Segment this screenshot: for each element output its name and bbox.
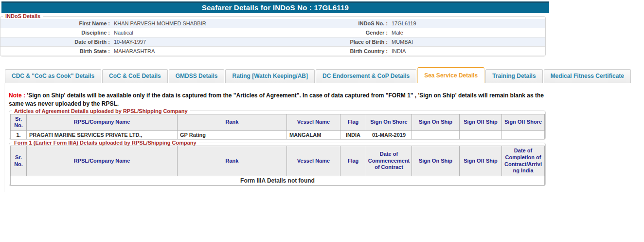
field-value: Nautical <box>114 28 278 37</box>
page-title: Seafarer Details for INDoS No : 17GL6119 <box>1 1 549 13</box>
tab-cdc-coc-as-cook-details[interactable]: CDC & "CoC as Cook" Details <box>5 69 101 83</box>
field-value: Male <box>392 28 545 37</box>
column-header-flag: Flag <box>340 114 366 131</box>
indos-detail-row: Discipline :NauticalGender :Male <box>0 28 545 37</box>
table-cell: MANGALAM <box>287 131 340 139</box>
tab-content-panel: Note : 'Sign on Ship' details will be av… <box>4 83 550 192</box>
indos-details-section: INDoS Details First Name :KHAN PARVESH M… <box>0 13 546 56</box>
indos-detail-row: Birth State :MAHARASHTRABirth Country :I… <box>0 47 545 56</box>
form1-section: Form 1 (Earlier Form IIIA) Details uploa… <box>9 140 546 186</box>
tab-bar: CDC & "CoC as Cook" DetailsCoC & CoE Det… <box>4 67 550 83</box>
form1-table: Sr. No.RPSL/Company NameRankVessel NameF… <box>10 146 545 186</box>
table-row: 1.PRAGATI MARINE SERVICES PRIVATE LTD.,G… <box>11 131 545 139</box>
field-label: Birth Country : <box>282 47 388 56</box>
column-header-sign-off-ship: Sign Off Ship <box>460 114 502 131</box>
column-header-vessel-name: Vessel Name <box>287 114 340 131</box>
articles-of-agreement-legend: Articles of Agreement Details uploaded b… <box>12 108 190 114</box>
tab-sea-service-details[interactable]: Sea Service Details <box>417 67 484 83</box>
column-header-date-of-completion-of-contract-arriving-india: Date of Completion of Contract/Arriving … <box>502 146 545 176</box>
field-label: INDoS No. : <box>282 19 388 28</box>
field-label: Discipline : <box>0 28 110 37</box>
table-cell: GP Rating <box>178 131 287 139</box>
table-row: Form IIIA Details not found <box>11 176 545 186</box>
indos-detail-row: First Name :KHAN PARVESH MOHMED SHABBIRI… <box>0 19 545 28</box>
field-label: Place of Birth : <box>282 37 388 47</box>
column-header-sr-no: Sr. No. <box>11 114 27 131</box>
tab-training-details[interactable]: Training Details <box>485 69 542 83</box>
tab-dc-endorsement-cop-details[interactable]: DC Endorsement & CoP Details <box>316 69 416 83</box>
note: Note : 'Sign on Ship' details will be av… <box>9 92 545 108</box>
column-header-sign-on-ship: Sign On Ship <box>412 114 460 131</box>
field-value: INDIA <box>392 47 545 56</box>
table-cell: INDIA <box>340 131 366 139</box>
column-header-sr-no: Sr. No. <box>11 146 27 176</box>
field-value: KHAN PARVESH MOHMED SHABBIR <box>114 19 278 28</box>
table-cell <box>412 131 460 139</box>
table-cell: PRAGATI MARINE SERVICES PRIVATE LTD., <box>27 131 178 139</box>
column-header-date-of-commencement-of-contract: Date of Commencement of Contract <box>366 146 412 176</box>
table-cell <box>502 131 545 139</box>
column-header-sign-off-ship: Sign Off Ship <box>460 146 502 176</box>
column-header-sign-off-shore: Sign Off Shore <box>502 114 545 131</box>
field-label: First Name : <box>0 19 110 28</box>
tab-gmdss-details[interactable]: GMDSS Details <box>169 69 225 83</box>
note-prefix: Note : <box>9 92 25 99</box>
field-label: Birth State : <box>0 47 110 56</box>
field-value: MAHARASHTRA <box>114 47 278 56</box>
form1-legend: Form 1 (Earlier Form IIIA) Details uploa… <box>12 140 199 146</box>
table-header-row: Sr. No.RPSL/Company NameRankVessel NameF… <box>11 114 545 131</box>
column-header-rpsl-company-name: RPSL/Company Name <box>27 114 178 131</box>
tab-medical-fitness-certificate[interactable]: Medical Fitness Certificate <box>544 69 631 83</box>
column-header-flag: Flag <box>340 146 366 176</box>
field-value: 17GL6119 <box>392 19 545 28</box>
tab-rating-watch-keeping-ab[interactable]: Rating [Watch Keeping/AB] <box>225 69 315 83</box>
column-header-vessel-name: Vessel Name <box>287 146 340 176</box>
indos-details-rows: First Name :KHAN PARVESH MOHMED SHABBIRI… <box>0 19 545 56</box>
field-label: Gender : <box>282 28 388 37</box>
field-value: MUMBAI <box>392 37 545 47</box>
table-cell: 1. <box>11 131 27 139</box>
page: Seafarer Details for INDoS No : 17GL6119… <box>0 1 644 192</box>
articles-of-agreement-table: Sr. No.RPSL/Company NameRankVessel NameF… <box>10 114 545 140</box>
table-cell <box>460 131 502 139</box>
field-label: Date of Birth : <box>0 37 110 47</box>
field-value: 10-MAY-1997 <box>114 37 278 47</box>
column-header-rpsl-company-name: RPSL/Company Name <box>27 146 178 176</box>
tab-coc-coe-details[interactable]: CoC & CoE Details <box>102 69 168 83</box>
note-text: 'Sign on Ship' details will be available… <box>9 92 544 107</box>
column-header-rank: Rank <box>178 146 287 176</box>
column-header-sign-on-shore: Sign On Shore <box>366 114 412 131</box>
table-header-row: Sr. No.RPSL/Company NameRankVessel NameF… <box>11 146 545 176</box>
column-header-sign-on-ship: Sign On Ship <box>412 146 460 176</box>
column-header-rank: Rank <box>178 114 287 131</box>
articles-of-agreement-section: Articles of Agreement Details uploaded b… <box>9 108 546 140</box>
form1-not-found-message: Form IIIA Details not found <box>11 176 545 186</box>
indos-details-legend: INDoS Details <box>3 13 43 19</box>
table-cell: 01-MAR-2019 <box>366 131 412 139</box>
indos-detail-row: Date of Birth :10-MAY-1997Place of Birth… <box>0 37 545 47</box>
